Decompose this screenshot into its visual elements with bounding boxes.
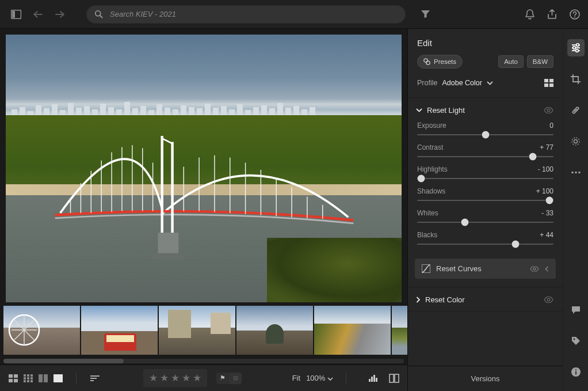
auto-button[interactable]: Auto (498, 55, 524, 68)
svg-point-73 (572, 47, 575, 50)
edit-panel: Edit Presets Auto B&W Profile Adobe Colo… (407, 29, 563, 391)
svg-rect-48 (39, 374, 43, 382)
light-section-header[interactable]: Reset Light (408, 98, 563, 122)
svg-point-83 (573, 339, 575, 340)
view-grid-small-icon[interactable] (23, 373, 33, 384)
svg-rect-40 (27, 374, 29, 377)
svg-rect-85 (575, 371, 576, 375)
slider-shadows[interactable]: Shadows+ 100 (417, 187, 553, 201)
chevron-down-icon[interactable] (487, 81, 493, 85)
healing-icon[interactable] (567, 101, 585, 119)
filter-icon[interactable] (421, 10, 430, 18)
eye-icon[interactable] (544, 297, 553, 303)
svg-rect-44 (30, 377, 33, 379)
filmstrip-scrollbar[interactable] (3, 359, 404, 363)
view-compare-icon[interactable] (38, 373, 48, 384)
profile-label: Profile (417, 79, 437, 87)
search-field[interactable] (86, 5, 406, 24)
profile-value[interactable]: Adobe Color (442, 79, 482, 87)
svg-rect-46 (27, 380, 29, 382)
svg-rect-54 (369, 379, 371, 382)
svg-point-61 (426, 61, 430, 64)
filmstrip-thumb[interactable] (236, 306, 313, 355)
filmstrip-thumb[interactable] (159, 306, 235, 355)
svg-point-80 (571, 171, 574, 173)
comment-icon[interactable] (567, 301, 585, 318)
filmstrip-thumb[interactable] (3, 306, 80, 355)
svg-rect-42 (24, 377, 26, 379)
slider-blacks[interactable]: Blacks+ 44 (417, 231, 553, 245)
svg-rect-36 (14, 374, 18, 378)
svg-rect-43 (27, 377, 29, 379)
view-grid-large-icon[interactable] (8, 373, 18, 384)
svg-rect-65 (549, 83, 553, 87)
more-icon[interactable] (567, 164, 585, 181)
filmstrip (0, 303, 407, 359)
svg-point-78 (572, 138, 579, 145)
zoom-level[interactable]: 100% (306, 374, 333, 382)
svg-rect-59 (395, 374, 399, 382)
edit-sliders-icon[interactable] (567, 39, 585, 56)
svg-rect-47 (30, 380, 33, 382)
svg-rect-56 (373, 375, 375, 382)
svg-rect-45 (24, 380, 26, 382)
filmstrip-thumb[interactable] (314, 306, 391, 355)
masking-icon[interactable] (567, 132, 585, 150)
svg-point-86 (575, 369, 576, 370)
fit-button[interactable]: Fit (292, 374, 300, 382)
eye-icon[interactable] (544, 107, 553, 113)
curves-section[interactable]: Reset Curves (415, 259, 556, 279)
rating-stars[interactable]: ★★★★★ (143, 369, 207, 387)
library-panel-icon[interactable] (8, 6, 24, 22)
svg-rect-1 (12, 11, 15, 18)
tag-icon[interactable] (567, 332, 585, 350)
back-button[interactable] (32, 10, 44, 18)
slider-exposure[interactable]: Exposure0 (417, 122, 553, 135)
svg-rect-28 (158, 233, 179, 253)
notifications-icon[interactable] (525, 9, 534, 20)
help-icon[interactable] (570, 9, 580, 20)
svg-point-81 (575, 171, 577, 173)
view-single-icon[interactable] (53, 373, 63, 384)
forward-button[interactable] (54, 10, 66, 18)
collapse-icon[interactable] (545, 266, 549, 272)
presets-icon (423, 58, 430, 65)
viewer-column: ★★★★★ ⚑⊠ Fit 100% (0, 29, 407, 391)
svg-point-5 (574, 16, 575, 17)
crop-icon[interactable] (567, 70, 585, 88)
histogram-icon[interactable] (368, 374, 379, 383)
bw-button[interactable]: B&W (527, 55, 553, 68)
search-input[interactable] (109, 9, 398, 19)
svg-rect-58 (390, 374, 394, 382)
svg-rect-41 (30, 374, 33, 377)
profile-browser-icon[interactable] (544, 79, 553, 87)
svg-rect-39 (24, 374, 26, 377)
presets-button[interactable]: Presets (417, 55, 463, 69)
slider-contrast[interactable]: Contrast+ 77 (417, 143, 553, 157)
eye-icon[interactable] (530, 266, 539, 272)
slider-whites[interactable]: Whites- 33 (417, 209, 553, 223)
topbar (0, 0, 588, 29)
svg-rect-38 (14, 379, 18, 382)
svg-point-75 (575, 50, 578, 52)
compare-original-icon[interactable] (389, 374, 399, 383)
info-icon[interactable] (567, 363, 585, 381)
main-photo[interactable] (6, 35, 402, 302)
svg-point-69 (547, 298, 550, 301)
edit-title: Edit (417, 38, 553, 48)
svg-line-3 (100, 16, 102, 18)
slider-highlights[interactable]: Highlights- 100 (417, 165, 553, 179)
svg-rect-50 (54, 374, 63, 382)
chevron-down-icon (416, 108, 422, 112)
chevron-right-icon (416, 297, 421, 303)
svg-point-66 (547, 109, 550, 112)
versions-button[interactable]: Versions (408, 366, 563, 391)
share-icon[interactable] (547, 9, 557, 20)
svg-rect-63 (549, 79, 553, 82)
flag-toggle[interactable]: ⚑⊠ (216, 373, 242, 384)
filmstrip-thumb[interactable] (392, 306, 407, 355)
svg-point-60 (424, 59, 427, 62)
sort-icon[interactable] (89, 374, 102, 382)
color-section-header[interactable]: Reset Color (408, 287, 563, 311)
filmstrip-thumb[interactable] (81, 306, 158, 355)
